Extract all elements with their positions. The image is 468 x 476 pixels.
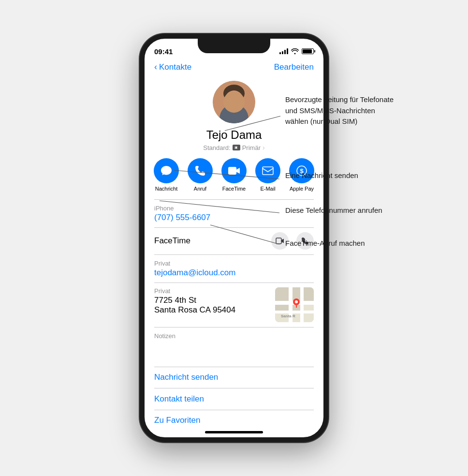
message-button-circle (154, 158, 179, 183)
message-button[interactable]: Nachricht (154, 158, 179, 192)
back-button[interactable]: ‹ Kontakte (154, 62, 191, 72)
svg-rect-20 (304, 287, 314, 301)
sim-icon: ▣ (233, 145, 240, 150)
svg-point-3 (229, 98, 232, 101)
annotation-send-message: Eine Nachricht senden (285, 171, 358, 180)
send-message-link[interactable]: Nachricht senden (145, 367, 323, 388)
annotation-dual-sim: Bevorzugte Leitung für Telefonateund SMS… (285, 94, 394, 127)
message-icon (161, 165, 172, 176)
svg-rect-18 (275, 287, 289, 301)
notch (198, 39, 270, 53)
annotation-send-message-text: Eine Nachricht senden (285, 171, 358, 179)
email-icon (262, 166, 274, 175)
share-contact-link[interactable]: Kontakt teilen (145, 388, 323, 410)
email-button[interactable]: E-Mail (255, 158, 280, 192)
nav-bar: ‹ Kontakte Bearbeiten (145, 60, 323, 76)
svg-text:Santa R: Santa R (281, 314, 295, 318)
facetime-label: FaceTime (222, 186, 246, 192)
avatar-face (213, 81, 255, 123)
address-text: Privat 7725 4th St Santa Rosa CA 95404 (154, 287, 269, 315)
chevron-right-icon: › (263, 144, 265, 151)
notes-section: Notizen (145, 327, 323, 367)
facetime-video-icon (276, 238, 284, 244)
map-svg: Santa R (275, 287, 314, 322)
edit-button[interactable]: Bearbeiten (274, 62, 314, 72)
back-chevron-icon: ‹ (154, 62, 157, 72)
annotation-dual-sim-text: Bevorzugte Leitung für Telefonateund SMS… (285, 95, 394, 125)
avatar (213, 81, 255, 123)
email-label: E-Mail (260, 186, 275, 192)
contact-name: Tejo Dama (206, 128, 262, 142)
address-label: Privat (154, 287, 269, 295)
svg-rect-21 (275, 305, 289, 311)
email-button-circle (255, 158, 280, 183)
annotation-facetime: FaceTime-Anruf machen (285, 239, 365, 248)
svg-rect-12 (276, 238, 281, 244)
svg-point-6 (226, 104, 242, 112)
battery-icon (302, 48, 314, 54)
sim-label: Primär (242, 144, 261, 151)
notes-content (154, 342, 314, 357)
facetime-button[interactable]: FaceTime (221, 158, 247, 192)
default-label: Standard: (203, 144, 230, 151)
annotation-call-text: Diese Telefonnummer anrufen (285, 206, 382, 214)
email-section-label: Privat (154, 260, 314, 267)
address-line2: Santa Rosa CA 95404 (154, 305, 269, 315)
address-section: Privat 7725 4th St Santa Rosa CA 95404 (145, 283, 323, 327)
signal-icon (279, 48, 288, 54)
email-section-value[interactable]: tejodama@icloud.com (154, 268, 314, 278)
svg-point-25 (295, 300, 298, 303)
svg-rect-8 (228, 167, 236, 175)
svg-rect-7 (230, 109, 238, 116)
email-section: Privat tejodama@icloud.com (145, 255, 323, 283)
svg-rect-15 (275, 311, 314, 313)
annotation-facetime-text: FaceTime-Anruf machen (285, 239, 365, 247)
map-thumbnail[interactable]: Santa R (275, 287, 314, 322)
svg-point-2 (224, 90, 244, 112)
add-favorites-link[interactable]: Zu Favoriten (145, 410, 323, 431)
facetime-button-circle (221, 158, 247, 183)
call-button-circle (188, 158, 213, 183)
annotation-call: Diese Telefonnummer anrufen (285, 206, 382, 215)
facetime-icon (228, 166, 240, 175)
svg-point-1 (223, 85, 245, 102)
scroll-content[interactable]: Tejo Dama Standard: ▣ Primär › Nachricht (145, 76, 323, 439)
home-indicator (205, 431, 263, 433)
message-label: Nachricht (155, 186, 177, 192)
status-icons (279, 48, 314, 54)
applepay-label: Apple Pay (290, 186, 314, 192)
wifi-icon (291, 48, 299, 54)
svg-point-4 (236, 98, 239, 101)
svg-rect-9 (263, 167, 273, 175)
address-line1: 7725 4th St (154, 296, 269, 305)
status-time: 09:41 (154, 47, 173, 56)
call-label: Anruf (194, 186, 206, 192)
svg-rect-17 (300, 287, 304, 322)
contact-default-row[interactable]: Standard: ▣ Primär › (203, 144, 264, 151)
call-button[interactable]: Anruf (188, 158, 213, 192)
facetime-row-label: FaceTime (154, 236, 190, 246)
notes-label: Notizen (154, 332, 314, 340)
back-label: Kontakte (159, 62, 191, 72)
svg-point-5 (233, 102, 235, 104)
call-icon (195, 165, 205, 176)
